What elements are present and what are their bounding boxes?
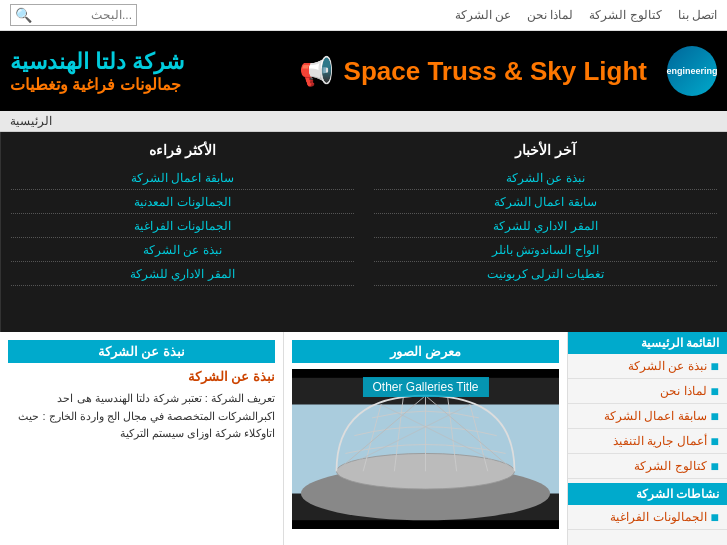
list-item: نبذة عن الشركة <box>374 166 717 190</box>
arabic-title-line2: جمالونات فراغية وتغطيات <box>10 75 184 94</box>
bullet-icon: ■ <box>711 509 719 525</box>
list-item: الواح الساندوتش بانلر <box>374 238 717 262</box>
list-item: المقر الاداري للشركة <box>11 262 354 286</box>
bullet-icon: ■ <box>711 433 719 449</box>
breadcrumb: الرئيسية <box>0 111 727 132</box>
search-input[interactable] <box>32 8 132 22</box>
sidebar-item-activities: ■ الجمالونات الفراغية <box>568 505 727 530</box>
sidebar-section1-title: القائمة الرئيسية <box>568 332 727 354</box>
sidebar-item-why: ■ لماذا نحن <box>568 379 727 404</box>
main-content: آخر الأخبار نبذة عن الشركة سابقة اعمال ا… <box>0 132 727 332</box>
bullet-icon: ■ <box>711 358 719 374</box>
about-panel: نبذة عن الشركة نبذة عن الشركة تعريف الشر… <box>0 332 283 545</box>
list-item: تغطيات الترلى كربونيت <box>374 262 717 286</box>
about-content: تعريف الشركة : تعتبر شركة دلتا الهندسية … <box>8 390 275 443</box>
about-panel-title: نبذة عن الشركة <box>8 340 275 363</box>
about-subtitle: نبذة عن الشركة <box>8 369 275 384</box>
sidebar-section2-title: نشاطات الشركة <box>568 483 727 505</box>
list-item: المقر الاداري للشركة <box>374 214 717 238</box>
gallery-title: معرض الصور <box>292 340 559 363</box>
bottom-section: القائمة الرئيسية ■ نبذة عن الشركة ■ لماذ… <box>0 332 727 545</box>
right-sidebar: القائمة الرئيسية ■ نبذة عن الشركة ■ لماذ… <box>567 332 727 545</box>
top-nav: اتصل بنا كتالوج الشركة لماذا نحن عن الشر… <box>0 0 727 31</box>
arabic-title-line1: شركة دلتا الهندسية <box>10 49 184 75</box>
logo-circle: engineering <box>667 46 717 96</box>
nav-contact[interactable]: اتصل بنا <box>678 8 717 22</box>
most-read-title: الأكثر فراءه <box>11 142 354 158</box>
nav-links: اتصل بنا كتالوج الشركة لماذا نحن عن الشر… <box>455 8 717 22</box>
gallery-image-container[interactable]: Other Galleries Title <box>292 369 559 529</box>
header: engineering Space Truss & Sky Light 📢 شر… <box>0 31 727 111</box>
nav-catalog[interactable]: كتالوج الشركة <box>589 8 661 22</box>
sidebar-item-ongoing: ■ أعمال جارية التنفيذ <box>568 429 727 454</box>
list-item: سابقة اعمال الشركة <box>374 190 717 214</box>
megaphone-icon: 📢 <box>299 55 334 88</box>
most-read-panel: الأكثر فراءه سابقة اعمال الشركة الجمالون… <box>0 132 364 332</box>
bullet-icon: ■ <box>711 383 719 399</box>
sidebar-item-catalog: ■ كتالوج الشركة <box>568 454 727 479</box>
search-box: 🔍 <box>10 4 137 26</box>
list-item: نبذة عن الشركة <box>11 238 354 262</box>
gallery-overlay-label: Other Galleries Title <box>362 377 488 397</box>
list-item: سابقة اعمال الشركة <box>11 166 354 190</box>
search-icon[interactable]: 🔍 <box>15 7 32 23</box>
sidebar-item-works: ■ سابقة اعمال الشركة <box>568 404 727 429</box>
bullet-icon: ■ <box>711 458 719 474</box>
latest-news-panel: آخر الأخبار نبذة عن الشركة سابقة اعمال ا… <box>364 132 727 332</box>
nav-about[interactable]: عن الشركة <box>455 8 511 22</box>
gallery-panel: معرض الصور <box>283 332 567 545</box>
logo-area: engineering <box>667 46 717 96</box>
list-item: الجمالونات المعدنية <box>11 190 354 214</box>
arabic-title: شركة دلتا الهندسية جمالونات فراغية وتغطي… <box>10 49 184 94</box>
sidebar-item-about: ■ نبذة عن الشركة <box>568 354 727 379</box>
latest-news-title: آخر الأخبار <box>374 142 717 158</box>
nav-why[interactable]: لماذا نحن <box>527 8 573 22</box>
list-item: الجمالونات الفراغية <box>11 214 354 238</box>
breadcrumb-label: الرئيسية <box>10 114 52 128</box>
logo-text: Space Truss & Sky Light <box>344 56 647 87</box>
bullet-icon: ■ <box>711 408 719 424</box>
